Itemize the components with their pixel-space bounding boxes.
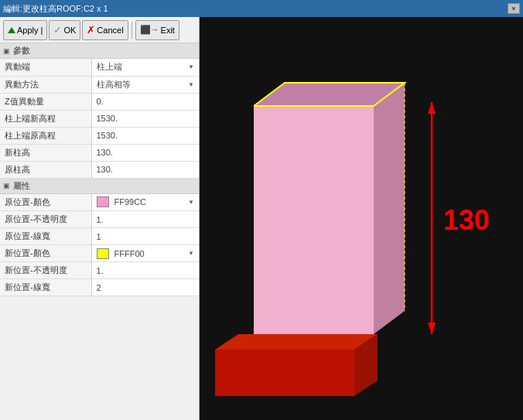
table-row: 新柱高 130. [0, 144, 199, 161]
check-icon: ✓ [53, 24, 62, 36]
params-toggle: ▣ [3, 47, 10, 55]
prop-label-3: 新位置-顏色 [0, 245, 91, 262]
chevron-down-icon: ▼ [188, 81, 194, 88]
exit-icon: ⬛→ [140, 25, 159, 35]
table-row: 異動方法 柱高相等 ▼ [0, 76, 199, 93]
table-row: 原位置-不透明度 1. [0, 211, 199, 228]
table-row: 新位置-不透明度 1. [0, 262, 199, 279]
prop-value-0[interactable]: FF99CC ▼ [91, 194, 199, 211]
param-value-4: 1530. [91, 127, 199, 144]
prop-value-2: 1 [91, 228, 199, 245]
table-row: 原柱高 130. [0, 161, 199, 178]
window-title: 編輯:更改柱高ROOF:C2 x 1 [3, 3, 108, 15]
prop-label-2: 原位置-線寬 [0, 228, 91, 245]
param-label-0: 異動端 [0, 59, 91, 76]
x-icon: ✗ [87, 24, 95, 36]
param-value-2: 0. [91, 93, 199, 110]
prop-value-4: 1. [91, 262, 199, 279]
properties-section-header[interactable]: ▣ 屬性 [0, 179, 199, 194]
svg-marker-1 [215, 334, 378, 350]
chevron-down-icon: ▼ [188, 199, 194, 206]
chevron-down-icon: ▼ [188, 63, 194, 70]
properties-table: 原位置-顏色 FF99CC ▼ 原位置-不透明度 1. 原位置-線寬 [0, 194, 199, 297]
color-swatch-new [97, 248, 109, 259]
table-row: 異動端 柱上端 ▼ [0, 59, 199, 76]
left-panel: Apply | ✓ OK ✗ Cancel ⬛→ Exit ▣ 參數 異動端 [0, 17, 200, 420]
toolbar: Apply | ✓ OK ✗ Cancel ⬛→ Exit [0, 17, 199, 43]
color-swatch-original [97, 196, 109, 207]
prop-label-1: 原位置-不透明度 [0, 211, 91, 228]
svg-rect-2 [215, 350, 354, 396]
properties-toggle: ▣ [3, 182, 10, 190]
svg-rect-4 [254, 106, 374, 334]
param-label-1: 異動方法 [0, 76, 91, 93]
ok-button[interactable]: ✓ OK [49, 20, 80, 40]
prop-value-1: 1. [91, 211, 199, 228]
prop-label-5: 新位置-線寬 [0, 279, 91, 296]
exit-button[interactable]: ⬛→ Exit [135, 20, 179, 40]
param-value-6: 130. [91, 161, 199, 178]
prop-value-3[interactable]: FFFF00 ▼ [91, 245, 199, 262]
title-bar-buttons: × [508, 3, 520, 14]
prop-label-4: 新位置-不透明度 [0, 262, 91, 279]
table-row: 新位置-線寬 2 [0, 279, 199, 296]
params-section-header[interactable]: ▣ 參數 [0, 43, 199, 59]
3d-scene: 130 [200, 17, 523, 420]
apply-icon [8, 27, 15, 33]
table-row: 原位置-顏色 FF99CC ▼ [0, 194, 199, 211]
param-label-5: 新柱高 [0, 144, 91, 161]
cancel-button[interactable]: ✗ Cancel [82, 20, 128, 40]
table-row: 原位置-線寬 1 [0, 228, 199, 245]
svg-marker-5 [374, 83, 405, 334]
param-value-3: 1530. [91, 110, 199, 127]
params-table: 異動端 柱上端 ▼ 異動方法 柱高相等 ▼ Z值異動量 [0, 59, 199, 179]
param-value-5: 130. [91, 144, 199, 161]
apply-button[interactable]: Apply | [3, 20, 47, 40]
param-value-1[interactable]: 柱高相等 ▼ [91, 76, 199, 93]
param-label-2: Z值異動量 [0, 93, 91, 110]
title-bar: 編輯:更改柱高ROOF:C2 x 1 × [0, 0, 523, 17]
close-button[interactable]: × [508, 3, 520, 14]
prop-label-0: 原位置-顏色 [0, 194, 91, 211]
main-container: Apply | ✓ OK ✗ Cancel ⬛→ Exit ▣ 參數 異動端 [0, 17, 523, 420]
table-row: Z值異動量 0. [0, 93, 199, 110]
param-label-4: 柱上端原高程 [0, 127, 91, 144]
param-label-3: 柱上端新高程 [0, 110, 91, 127]
toolbar-separator [132, 22, 132, 39]
table-row: 柱上端新高程 1530. [0, 110, 199, 127]
prop-value-5: 2 [91, 279, 199, 296]
right-panel: After 130 [200, 17, 523, 420]
svg-text:130: 130 [443, 204, 490, 236]
param-label-6: 原柱高 [0, 161, 91, 178]
param-value-0[interactable]: 柱上端 ▼ [91, 59, 199, 76]
table-row: 新位置-顏色 FFFF00 ▼ [0, 245, 199, 262]
table-row: 柱上端原高程 1530. [0, 127, 199, 144]
chevron-down-icon: ▼ [188, 250, 194, 257]
